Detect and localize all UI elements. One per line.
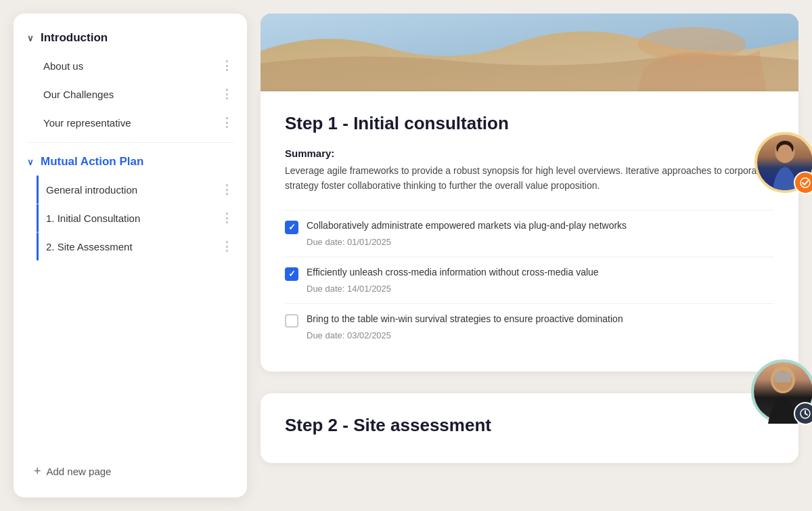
step1-card: Step 1 - Initial consultation Summary: L… xyxy=(261,91,798,372)
summary-label: Summary: xyxy=(285,148,774,159)
divider xyxy=(27,142,233,143)
checkbox-task3[interactable] xyxy=(285,314,298,328)
sidebar-item-general-introduction[interactable]: General introduction ⋮ xyxy=(14,175,247,204)
step2-title: Step 2 - Site assessment xyxy=(285,415,774,436)
sidebar-item-initial-consultation[interactable]: 1. Initial Consultation ⋮ xyxy=(14,204,247,232)
sidebar-section-mutual-action-plan[interactable]: ∨ Mutual Action Plan xyxy=(14,148,247,175)
more-options-icon[interactable]: ⋮ xyxy=(221,210,233,225)
sidebar-item-about-us[interactable]: About us ⋮ xyxy=(14,51,247,80)
sidebar-item-your-representative[interactable]: Your representative ⋮ xyxy=(14,108,247,137)
sidebar-section-label: Introduction xyxy=(41,31,108,45)
step2-card: Step 2 - Site assessment xyxy=(261,393,798,463)
introduction-items: About us ⋮ Our Challenges ⋮ Your represe… xyxy=(14,51,247,137)
chevron-down-icon: ∨ xyxy=(27,33,34,43)
sidebar-item-label: General introduction xyxy=(46,184,137,196)
mutual-action-plan-items: General introduction ⋮ 1. Initial Consul… xyxy=(14,175,247,261)
more-options-icon[interactable]: ⋮ xyxy=(221,115,233,130)
summary-text: Leverage agile frameworks to provide a r… xyxy=(285,163,774,194)
due-date-1: Due date: 01/01/2025 xyxy=(285,237,774,247)
chevron-down-icon: ∨ xyxy=(27,157,34,167)
sidebar-section-label: Mutual Action Plan xyxy=(41,155,143,169)
status-badge-complete xyxy=(794,171,812,194)
checkbox-task2[interactable] xyxy=(285,267,298,281)
sidebar-item-label: Your representative xyxy=(43,117,131,129)
avatar-container-1 xyxy=(754,132,812,196)
more-options-icon[interactable]: ⋮ xyxy=(221,182,233,197)
add-page-label: Add new page xyxy=(47,466,112,477)
sidebar-item-label: 2. Site Assessment xyxy=(46,241,133,252)
checklist-item-3: Bring to the table win-win survival stra… xyxy=(285,303,774,350)
due-date-3: Due date: 03/02/2025 xyxy=(285,330,774,340)
checklist-text-3: Bring to the table win-win survival stra… xyxy=(307,313,774,324)
checklist-text-1: Collaboratively administrate empowered m… xyxy=(307,220,774,231)
step1-title: Step 1 - Initial consultation xyxy=(285,113,774,134)
sidebar-item-site-assessment[interactable]: 2. Site Assessment ⋮ xyxy=(14,232,247,261)
more-options-icon[interactable]: ⋮ xyxy=(221,239,233,254)
main-content: Step 1 - Initial consultation Summary: L… xyxy=(247,0,812,511)
plus-icon: + xyxy=(34,464,41,479)
more-options-icon[interactable]: ⋮ xyxy=(221,87,233,102)
due-date-2: Due date: 14/01/2025 xyxy=(285,284,774,294)
checklist-text-2: Efficiently unleash cross-media informat… xyxy=(307,267,774,277)
sidebar-section-introduction[interactable]: ∨ Introduction xyxy=(14,24,247,51)
status-badge-pending xyxy=(794,402,812,425)
checklist-item-2: Efficiently unleash cross-media informat… xyxy=(285,257,774,303)
add-new-page-button[interactable]: + Add new page xyxy=(14,456,247,487)
svg-rect-9 xyxy=(775,372,791,382)
checkbox-task1[interactable] xyxy=(285,221,298,234)
checklist: Collaboratively administrate empowered m… xyxy=(285,210,774,350)
sidebar: ∨ Introduction About us ⋮ Our Challenges… xyxy=(14,14,247,497)
sidebar-item-label: Our Challenges xyxy=(43,89,114,100)
sidebar-item-label: About us xyxy=(43,60,83,72)
svg-point-5 xyxy=(777,145,792,162)
checklist-item-1: Collaboratively administrate empowered m… xyxy=(285,210,774,257)
hero-image xyxy=(261,14,798,91)
more-options-icon[interactable]: ⋮ xyxy=(221,58,233,73)
avatar-container-2 xyxy=(751,359,812,426)
sidebar-item-our-challenges[interactable]: Our Challenges ⋮ xyxy=(14,80,247,108)
sidebar-item-label: 1. Initial Consultation xyxy=(46,213,140,224)
